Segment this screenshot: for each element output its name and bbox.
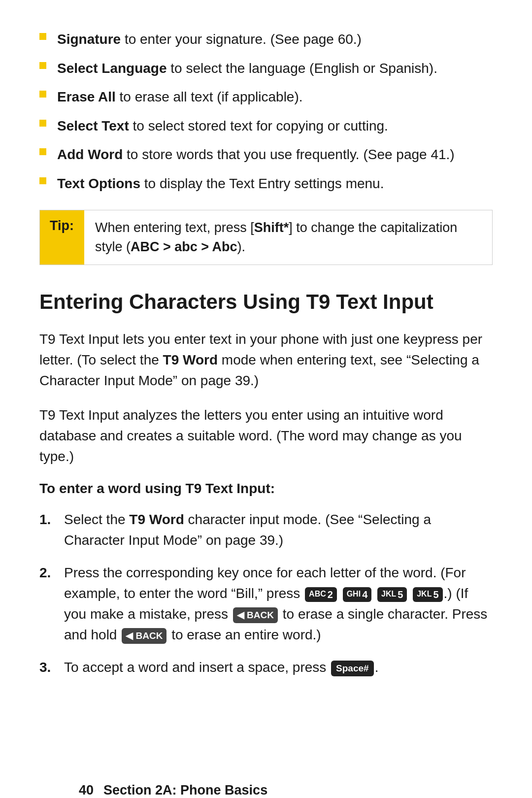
step-3-content: To accept a word and insert a space, pre… — [64, 657, 493, 678]
bullet-bold-1: Signature — [57, 32, 121, 47]
step-1-num: 1. — [39, 509, 55, 530]
bullet-text-6: Text Options to display the Text Entry s… — [57, 174, 493, 194]
bullet-bold-5: Add Word — [57, 147, 123, 162]
bullet-icon — [39, 148, 46, 155]
bullet-list: Signature to enter your signature. (See … — [39, 30, 493, 194]
space-hash-badge: Space# — [331, 661, 374, 677]
bullet-icon — [39, 33, 46, 40]
bullet-icon — [39, 177, 46, 184]
step-2: 2. Press the corresponding key once for … — [39, 563, 493, 645]
bullet-text-3: Erase All to erase all text (if applicab… — [57, 87, 493, 107]
key-badge-abc2: ABC2 — [305, 587, 337, 602]
step-2-num: 2. — [39, 563, 55, 583]
bullet-text-4: Select Text to select stored text for co… — [57, 116, 493, 136]
ordered-list: 1. Select the T9 Word character input mo… — [39, 509, 493, 678]
step-3-num: 3. — [39, 657, 55, 678]
step-1-content: Select the T9 Word character input mode.… — [64, 509, 493, 551]
key-badge-ghi4: GHI4 — [343, 587, 372, 602]
bullet-bold-2: Select Language — [57, 61, 167, 76]
bullet-icon — [39, 62, 46, 69]
back-icon-2: ◀ BACK — [122, 628, 166, 644]
tip-content: When entering text, press [Shift*] to ch… — [84, 210, 492, 265]
bullet-icon — [39, 120, 46, 127]
step-1: 1. Select the T9 Word character input mo… — [39, 509, 493, 551]
bullet-bold-3: Erase All — [57, 89, 116, 104]
tip-label: Tip: — [40, 210, 84, 265]
list-item: Add Word to store words that you use fre… — [39, 145, 493, 165]
list-item: Erase All to erase all text (if applicab… — [39, 87, 493, 107]
body-para-2: T9 Text Input analyzes the letters you e… — [39, 405, 493, 467]
body-para-1: T9 Text Input lets you enter text in you… — [39, 329, 493, 391]
bullet-icon — [39, 91, 46, 98]
step-3: 3. To accept a word and insert a space, … — [39, 657, 493, 678]
footer-page-number: 40 — [79, 783, 94, 798]
bullet-text-1: Signature to enter your signature. (See … — [57, 30, 493, 50]
list-item: Select Text to select stored text for co… — [39, 116, 493, 136]
list-item: Text Options to display the Text Entry s… — [39, 174, 493, 194]
key-badge-jkl5b: JKL5 — [413, 587, 442, 602]
step-2-content: Press the corresponding key once for eac… — [64, 563, 493, 645]
tip-box: Tip: When entering text, press [Shift*] … — [39, 210, 493, 265]
page-container: Signature to enter your signature. (See … — [39, 30, 493, 798]
list-item: Signature to enter your signature. (See … — [39, 30, 493, 50]
footer-bar: 40 Section 2A: Phone Basics — [79, 783, 453, 798]
list-item: Select Language to select the language (… — [39, 59, 493, 79]
bullet-text-2: Select Language to select the language (… — [57, 59, 493, 79]
section-heading: Entering Characters Using T9 Text Input — [39, 290, 493, 314]
bullet-text-5: Add Word to store words that you use fre… — [57, 145, 493, 165]
procedure-heading: To enter a word using T9 Text Input: — [39, 481, 493, 497]
bullet-bold-4: Select Text — [57, 118, 129, 133]
back-icon-1: ◀ BACK — [233, 607, 278, 624]
bullet-bold-6: Text Options — [57, 176, 140, 191]
footer-section-label: Section 2A: Phone Basics — [103, 783, 267, 798]
key-badge-jkl5a: JKL5 — [377, 587, 407, 602]
